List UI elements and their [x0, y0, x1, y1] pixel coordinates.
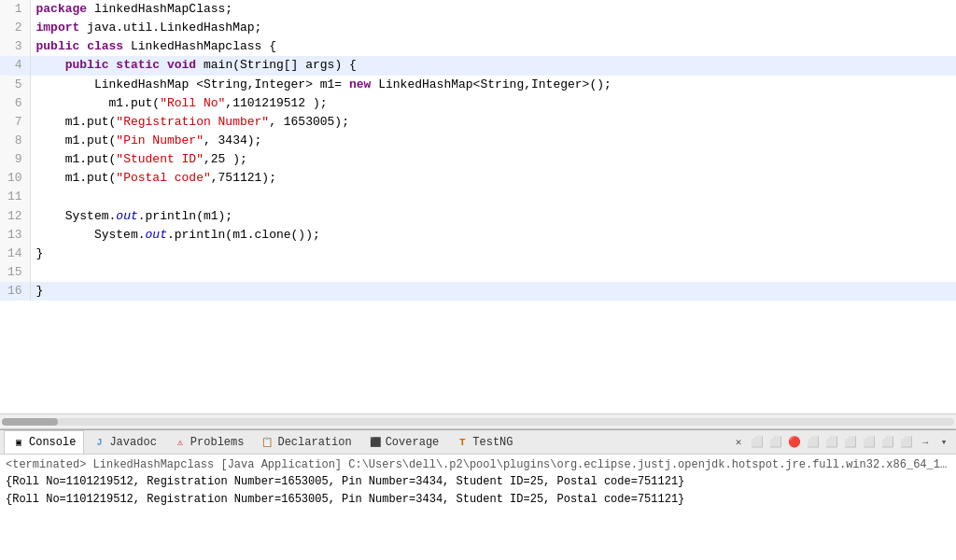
tab-label-coverage: Coverage	[386, 436, 440, 449]
toolbar-btn-7[interactable]: ⬜	[861, 434, 878, 451]
toolbar-btn-1[interactable]: ⬜	[749, 434, 766, 451]
line-code: package linkedHashMapClass;	[30, 0, 956, 19]
line-code: import java.util.LinkedHashMap;	[30, 19, 956, 37]
code-token: m1.put(	[36, 152, 117, 166]
line-number: 5	[0, 76, 30, 94]
tab-declaration[interactable]: 📋Declaration	[252, 430, 359, 454]
toolbar-btn-11[interactable]: ▾	[935, 434, 952, 451]
code-row: 13 System.out.println(m1.clone());	[0, 226, 956, 245]
code-token: new	[349, 77, 371, 91]
code-token: "Roll No"	[160, 96, 225, 110]
code-token: , 1653005);	[269, 115, 349, 129]
toolbar-btn-9[interactable]: ⬜	[898, 434, 915, 451]
code-token: "Pin Number"	[116, 133, 204, 147]
tab-label-javadoc: Javadoc	[109, 436, 156, 449]
code-token: class	[87, 39, 123, 53]
code-row: 1package linkedHashMapClass;	[0, 0, 956, 19]
code-token: ,751121);	[211, 171, 276, 185]
code-token: m1.put(	[36, 133, 117, 147]
line-code	[30, 263, 956, 282]
tab-testng[interactable]: TTestNG	[447, 430, 521, 454]
line-number: 4	[0, 56, 30, 75]
line-number: 1	[0, 0, 30, 19]
code-row: 7 m1.put("Registration Number", 1653005)…	[0, 113, 956, 132]
toolbar-btn-5[interactable]: ⬜	[823, 434, 840, 451]
line-code: LinkedHashMap <String,Integer> m1= new L…	[30, 76, 956, 94]
tab-problems[interactable]: ⚠Problems	[165, 430, 253, 454]
code-token: m1.put(	[36, 96, 161, 110]
tab-toolbar: ✕⬜⬜🔴⬜⬜⬜⬜⬜⬜→▾	[730, 434, 952, 451]
bottom-panel: ▣ConsoleJJavadoc⚠Problems📋Declaration⬛Co…	[0, 429, 956, 560]
code-token: out	[146, 228, 167, 242]
code-token: public	[36, 39, 80, 53]
line-code: m1.put("Registration Number", 1653005);	[30, 113, 956, 132]
code-row: 2import java.util.LinkedHashMap;	[0, 19, 956, 37]
toolbar-btn-4[interactable]: ⬜	[805, 434, 822, 451]
tab-javadoc[interactable]: JJavadoc	[84, 430, 164, 454]
code-token: linkedHashMapClass;	[87, 2, 232, 16]
line-code: }	[30, 245, 956, 263]
scrollbar-thumb[interactable]	[2, 418, 58, 426]
code-token: out	[116, 209, 137, 223]
line-code: public class LinkedHashMapclass {	[30, 37, 956, 56]
line-code: m1.put("Pin Number", 3434);	[30, 132, 956, 150]
code-token: System.	[36, 228, 146, 242]
toolbar-btn-2[interactable]: ⬜	[767, 434, 784, 451]
toolbar-btn-8[interactable]: ⬜	[879, 434, 896, 451]
declaration-icon: 📋	[260, 436, 274, 449]
testng-icon: T	[456, 436, 469, 449]
code-token: public	[65, 58, 109, 72]
code-token: System.	[36, 209, 117, 223]
line-number: 12	[0, 207, 30, 226]
code-token: m1.put(	[36, 115, 117, 129]
tab-label-console: Console	[29, 436, 76, 449]
tab-console[interactable]: ▣Console	[4, 430, 84, 454]
coverage-icon: ⬛	[369, 436, 382, 449]
scrollbar-track[interactable]	[2, 418, 954, 426]
horizontal-scrollbar[interactable]	[0, 414, 956, 429]
toolbar-btn-3[interactable]: 🔴	[786, 434, 803, 451]
code-token: main(String[] args) {	[196, 58, 357, 72]
tab-coverage[interactable]: ⬛Coverage	[360, 430, 448, 454]
code-token: LinkedHashMap<String,Integer>();	[371, 77, 611, 91]
code-token	[79, 39, 87, 53]
console-title: <terminated> LinkedHashMapclass [Java Ap…	[6, 456, 950, 473]
problems-icon: ⚠	[174, 436, 187, 449]
line-code	[30, 188, 956, 206]
code-token: .println(m1);	[138, 209, 232, 223]
code-token: java.util.LinkedHashMap;	[79, 21, 261, 35]
code-row: 4 public static void main(String[] args)…	[0, 56, 956, 75]
code-token: LinkedHashMapclass {	[123, 39, 276, 53]
line-number: 6	[0, 94, 30, 113]
line-code: m1.put("Postal code",751121);	[30, 169, 956, 188]
console-output-line-2: {Roll No=1101219512, Registration Number…	[6, 491, 950, 509]
code-token: package	[36, 2, 88, 16]
line-number: 14	[0, 245, 30, 263]
code-token: LinkedHashMap <String,Integer> m1=	[36, 77, 349, 91]
code-token: ,1101219512 );	[225, 96, 327, 110]
code-token: m1.put(	[36, 171, 117, 185]
line-code: System.out.println(m1.clone());	[30, 226, 956, 245]
code-row: 12 System.out.println(m1);	[0, 207, 956, 226]
code-row: 16}	[0, 282, 956, 301]
toolbar-btn-0[interactable]: ✕	[730, 434, 747, 451]
code-token: static	[116, 58, 160, 72]
code-row: 11	[0, 188, 956, 206]
line-code: public static void main(String[] args) {	[30, 56, 956, 75]
code-row: 10 m1.put("Postal code",751121);	[0, 169, 956, 188]
toolbar-btn-6[interactable]: ⬜	[842, 434, 859, 451]
code-token: "Postal code"	[116, 171, 210, 185]
line-number: 9	[0, 150, 30, 169]
code-editor: 1package linkedHashMapClass;2import java…	[0, 0, 956, 414]
code-token: }	[36, 246, 44, 260]
code-token: import	[36, 21, 80, 35]
code-row: 5 LinkedHashMap <String,Integer> m1= new…	[0, 76, 956, 94]
code-token: "Registration Number"	[116, 115, 269, 129]
toolbar-btn-10[interactable]: →	[917, 434, 934, 451]
code-row: 9 m1.put("Student ID",25 );	[0, 150, 956, 169]
line-number: 7	[0, 113, 30, 132]
line-code: m1.put("Student ID",25 );	[30, 150, 956, 169]
code-row: 8 m1.put("Pin Number", 3434);	[0, 132, 956, 150]
line-number: 13	[0, 226, 30, 245]
code-token	[36, 58, 65, 72]
